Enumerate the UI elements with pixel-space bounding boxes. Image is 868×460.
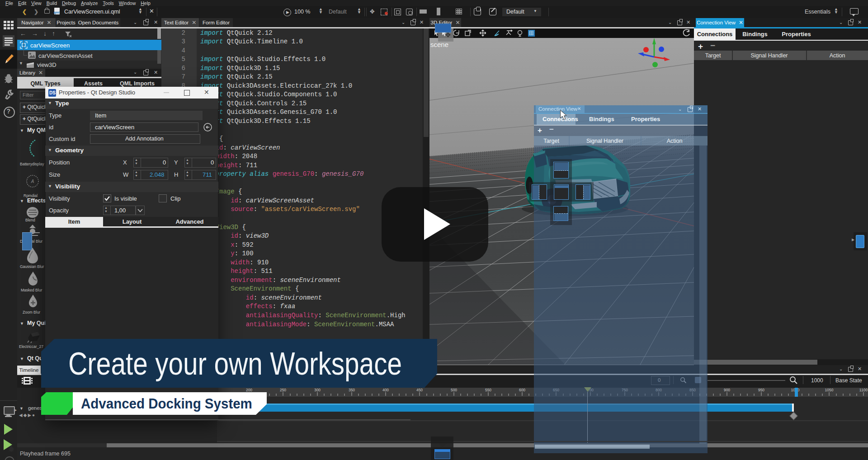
svg-text:900: 900	[724, 388, 730, 392]
svg-text:300: 300	[314, 388, 321, 392]
svg-text:A: A	[31, 179, 34, 184]
svg-text:400: 400	[382, 388, 389, 392]
svg-text:450: 450	[416, 388, 423, 392]
svg-text:600: 600	[519, 388, 525, 392]
svg-text:1100: 1100	[859, 388, 868, 392]
svg-text:500: 500	[451, 388, 457, 392]
svg-text:200: 200	[246, 388, 252, 392]
svg-text:550: 550	[485, 388, 491, 392]
svg-text:250: 250	[280, 388, 286, 392]
svg-text:1050: 1050	[825, 388, 834, 392]
svg-text:950: 950	[758, 388, 764, 392]
svg-text:350: 350	[349, 388, 355, 392]
